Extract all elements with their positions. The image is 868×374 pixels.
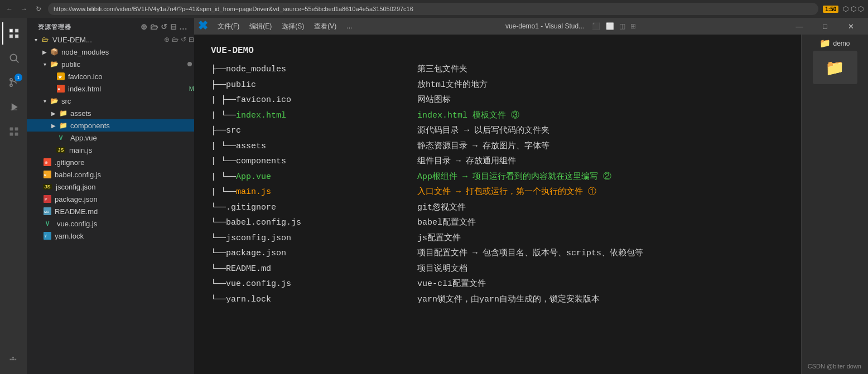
svg-rect-18 xyxy=(12,357,14,358)
tree-babel[interactable]: B babel.config.js xyxy=(27,168,194,181)
right-panel-folder-thumb: 📁 xyxy=(813,51,857,84)
root-folder-icon: 🗁 xyxy=(40,35,50,45)
diagram-row-left: | └──App.vue xyxy=(211,170,401,184)
assets-chevron: ▶ xyxy=(49,109,58,118)
favicon-label: favicon.ico xyxy=(68,72,194,81)
tree-yarn-lock[interactable]: Y yarn.lock xyxy=(27,230,194,242)
tree-package-json[interactable]: P package.json xyxy=(27,193,194,205)
back-button[interactable]: ← xyxy=(4,4,15,14)
tree-readme[interactable]: MD README.md xyxy=(27,205,194,217)
diagram-row-left: | └──main.js xyxy=(211,185,401,200)
tree-src[interactable]: ▾ 📂 src xyxy=(27,95,194,107)
diagram-row: | └──main.js入口文件 → 打包或运行，第一个执行的文件 ① xyxy=(211,185,784,200)
index-html-label: index.html xyxy=(68,85,187,93)
svg-rect-3 xyxy=(16,35,18,38)
sidebar: 资源管理器 ⊕ 🗁 ↺ ⊟ ... ▾ 🗁 VUE-DEM... ⊕ 🗁 ↺ ⊟ xyxy=(27,18,194,374)
svg-point-8 xyxy=(10,84,12,86)
public-label: public xyxy=(61,60,187,69)
diagram-row-right: 项目配置文件 → 包含项目名、版本号、scripts、依赖包等 xyxy=(417,246,643,261)
svg-text:★: ★ xyxy=(58,75,62,80)
tree-jsconfig[interactable]: JS jsconfig.json xyxy=(27,181,194,193)
menu-file[interactable]: 文件(F) xyxy=(213,21,244,32)
tree-node-modules[interactable]: ▶ 📦 node_modules xyxy=(27,46,194,58)
refresh-icon[interactable]: ↺ xyxy=(161,22,168,31)
main-js-label: main.js xyxy=(69,146,194,154)
svg-rect-11 xyxy=(10,128,13,131)
right-panel-label[interactable]: demo xyxy=(833,40,850,47)
new-folder-btn[interactable]: 🗁 xyxy=(172,36,179,43)
svg-rect-13 xyxy=(10,133,13,136)
babel-icon: B xyxy=(42,169,52,179)
diagram-row: | └──App.vueApp根组件 → 项目运行看到的内容就在这里编写 ② xyxy=(211,170,784,184)
components-label: components xyxy=(70,122,194,130)
tree-assets[interactable]: ▶ 📁 assets xyxy=(27,107,194,119)
gitignore-icon: ⊕ xyxy=(42,157,52,167)
vscode-title-text: vue-demo1 - Visual Stud... xyxy=(505,22,584,30)
explorer-icon[interactable] xyxy=(2,22,25,45)
menu-select[interactable]: 选择(S) xyxy=(277,21,308,32)
svg-point-4 xyxy=(10,54,17,61)
collapse-btn[interactable]: ⊟ xyxy=(189,36,194,43)
index-html-icon: H xyxy=(56,84,66,94)
svg-rect-14 xyxy=(15,133,18,136)
refresh-btn[interactable]: ↺ xyxy=(181,36,186,43)
url-bar[interactable]: https://www.bilibili.com/video/BV1HV4y1a… xyxy=(48,3,818,15)
root-label: VUE-DEM... xyxy=(52,36,162,44)
new-file-icon[interactable]: ⊕ xyxy=(141,22,148,31)
minimize-button[interactable]: — xyxy=(787,18,812,35)
yarn-lock-icon: Y xyxy=(42,231,52,241)
close-button[interactable]: ✕ xyxy=(838,18,864,35)
svg-text:P: P xyxy=(45,197,47,201)
menu-view[interactable]: 查看(V) xyxy=(310,21,341,32)
tree-vue-config[interactable]: V vue.config.js xyxy=(27,217,194,230)
tree-root[interactable]: ▾ 🗁 VUE-DEM... ⊕ 🗁 ↺ ⊟ xyxy=(27,33,194,46)
maximize-button[interactable]: □ xyxy=(812,18,838,35)
tree-favicon[interactable]: ★ favicon.ico xyxy=(27,70,194,82)
split-vertical-icon[interactable]: ◫ xyxy=(619,22,625,30)
svg-text:Y: Y xyxy=(45,234,47,238)
sidebar-title: 资源管理器 xyxy=(38,23,71,31)
run-debug-icon[interactable] xyxy=(2,96,25,118)
readme-label: README.md xyxy=(55,207,194,216)
yarn-lock-label: yarn.lock xyxy=(55,232,194,240)
forward-button[interactable]: → xyxy=(19,4,29,14)
collapse-icon[interactable]: ⊟ xyxy=(170,22,177,31)
editor-area: 文件(F) 编辑(E) 选择(S) 查看(V) ... vue-demo1 - … xyxy=(194,18,868,374)
diagram-row-left: | └──components xyxy=(211,154,401,169)
layout-icon[interactable]: ⊞ xyxy=(630,22,636,30)
menu-edit[interactable]: 编辑(E) xyxy=(245,21,276,32)
diagram-row: | └──components组件目录 → 存放通用组件 xyxy=(211,154,784,169)
svg-text:B: B xyxy=(44,173,47,177)
split-editor-icon[interactable]: ⬛ xyxy=(592,22,600,30)
main-js-icon: JS xyxy=(56,145,66,155)
svg-rect-1 xyxy=(10,35,13,38)
diagram-row-left: └──babel.config.js xyxy=(211,216,401,230)
extensions-icon[interactable] xyxy=(2,120,25,143)
browser-bar: ← → ↻ https://www.bilibili.com/video/BV1… xyxy=(0,0,868,18)
tree-app-vue[interactable]: V App.vue xyxy=(27,132,194,144)
toggle-panel-icon[interactable]: ⬜ xyxy=(606,22,614,30)
diagram-row: └──jsconfig.jsonjs配置文件 xyxy=(211,231,784,246)
source-control-icon[interactable]: 1 xyxy=(2,71,25,94)
components-chevron: ▶ xyxy=(49,121,58,130)
index-html-badge: M xyxy=(189,85,194,92)
tree-components[interactable]: ▶ 📁 components xyxy=(27,119,194,132)
svg-rect-2 xyxy=(16,30,18,32)
tree-index-html[interactable]: H index.html M xyxy=(27,82,194,95)
tree-public[interactable]: ▾ 📂 public xyxy=(27,58,194,70)
new-folder-icon[interactable]: 🗁 xyxy=(150,22,158,31)
tree-gitignore[interactable]: ⊕ .gitignore xyxy=(27,156,194,168)
new-file-btn[interactable]: ⊕ xyxy=(164,36,170,43)
diagram-row-left: └──yarn.lock xyxy=(211,293,401,307)
tree-main-js[interactable]: JS main.js xyxy=(27,144,194,156)
menu-more[interactable]: ... xyxy=(342,21,356,31)
docker-icon[interactable] xyxy=(2,349,25,372)
diagram-row-left: └──README.md xyxy=(211,262,401,276)
svg-rect-16 xyxy=(12,359,14,361)
sidebar-more[interactable]: ... xyxy=(180,22,187,31)
diagram-row-left: ├──src xyxy=(211,124,401,138)
diagram-row: | └──assets静态资源目录 → 存放图片、字体等 xyxy=(211,139,784,154)
right-panel-big-folder: 📁 xyxy=(825,59,845,77)
refresh-button[interactable]: ↻ xyxy=(33,4,44,14)
search-icon[interactable] xyxy=(2,47,25,69)
